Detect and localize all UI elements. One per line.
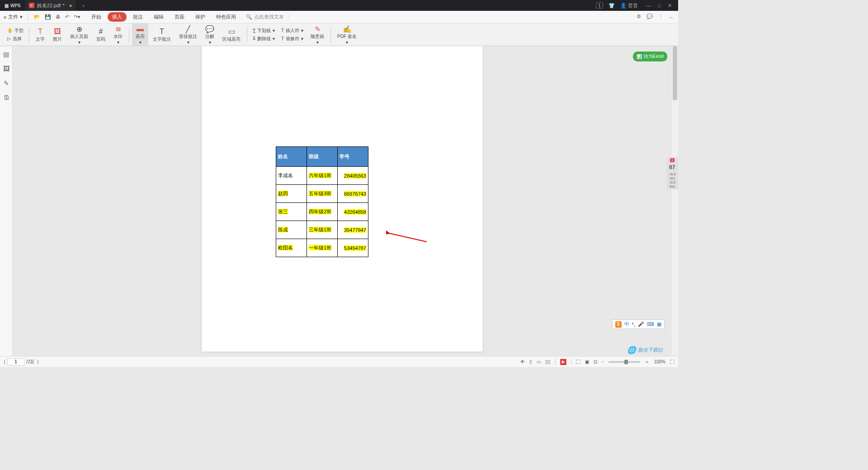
tab-start[interactable]: 开始 [87, 12, 106, 22]
page-number[interactable]: #页码 [93, 24, 109, 46]
save-icon[interactable]: 💾 [45, 14, 51, 20]
zoom-out-icon[interactable]: − [602, 359, 604, 364]
ime-grid-icon[interactable]: ▦ [657, 321, 661, 327]
ribbon: ✋ 手型 ▷ 选择 T文字 🖼图片 ⊕插入页面▾ #页码 ≋水印▾ ▬高亮▾ T… [0, 24, 678, 46]
bookmarks-icon[interactable]: 🖼 [3, 65, 9, 72]
cell-class: 一年级1班 [309, 245, 331, 250]
wps-icon: ▦ [5, 3, 9, 8]
insert-image[interactable]: 🖼图片 [49, 24, 66, 46]
ime-punct[interactable]: °, [632, 322, 635, 327]
ime-mic-icon[interactable]: 🎤 [638, 321, 644, 327]
attachments-icon[interactable]: 🖻 [3, 94, 9, 101]
insert-text[interactable]: T文字 [32, 24, 48, 46]
zoom-in-icon[interactable]: ＋ [645, 359, 649, 365]
tab-page[interactable]: 页面 [170, 12, 189, 22]
select-tool[interactable]: ▷ 选择 [7, 36, 24, 42]
zoom-slider[interactable] [609, 361, 640, 363]
site-watermark: 🌐 极光下载站 [627, 346, 663, 354]
notification-badge[interactable]: 1 [596, 2, 603, 9]
area-highlight[interactable]: ▭区域高亮 [219, 24, 244, 46]
table-row: 陈成 三年级1班 35477847 [276, 221, 368, 239]
feedback-icon[interactable]: 💬 [646, 14, 653, 20]
cell-id: 35477847 [344, 227, 366, 233]
watermark-btn[interactable]: ≋水印▾ [110, 24, 126, 46]
tab-protect[interactable]: 保护 [191, 12, 210, 22]
two-page-icon[interactable]: ▯▯ [545, 359, 551, 364]
ime-toolbar[interactable]: S 中 °, 🎤 ⌨ ▦ [612, 320, 665, 329]
meter-badge: 1 [670, 158, 675, 162]
search-placeholder: 点此查找文本 [254, 14, 284, 20]
status-bar: ⟨ /2页 ⟩ 👁 ▯ ▭ ▯▯ ▶ ⛶ ▣ ⊡ − ＋ 100% ⛶ [0, 356, 678, 367]
document-canvas[interactable]: 姓名 班级 学号 李成名 六年级1班 28405563 赵四 五年级3班 869… [13, 46, 672, 356]
cell-class: 六年级1班 [309, 173, 331, 178]
record-icon[interactable]: ▶ [560, 359, 566, 365]
wps-logo: ▦ WPS [0, 3, 25, 8]
tab-edit[interactable]: 编辑 [149, 12, 168, 22]
watermark-brand: 极光下载站 [638, 347, 663, 353]
insert-page[interactable]: ⊕插入页面▾ [66, 24, 92, 46]
vertical-scrollbar[interactable] [672, 46, 678, 356]
print-icon[interactable]: 🖶 [56, 14, 61, 20]
ime-keyboard-icon[interactable]: ⌨ [647, 321, 654, 327]
replace-btn[interactable]: T 替换符 ▾ [281, 36, 303, 42]
fit-width-icon[interactable]: ⛶ [576, 359, 580, 364]
pdf-sign-btn[interactable]: ✍PDF 签名▾ [334, 24, 360, 46]
continuous-icon[interactable]: ▯ [529, 359, 532, 364]
fullscreen-icon[interactable]: ⛶ [670, 359, 675, 364]
tab-annotate[interactable]: 批注 [128, 12, 147, 22]
collapse-ribbon-icon[interactable]: ︿ [669, 14, 674, 20]
freehand-btn[interactable]: ✎随意画▾ [307, 24, 328, 46]
fit-page-icon[interactable]: ▣ [585, 359, 589, 364]
cell-name: 陈成 [278, 227, 288, 232]
search-box[interactable]: 🔍 点此查找文本 ⋮ [246, 14, 291, 20]
insert-char-btn[interactable]: T 插入符 ▾ [281, 28, 303, 34]
scrollbar-thumb[interactable] [673, 46, 677, 100]
redo-icon[interactable]: ↷▾ [74, 14, 80, 20]
minimize-button[interactable]: — [643, 3, 654, 8]
user-avatar[interactable]: 👤 普普 [620, 2, 638, 9]
document-tab[interactable]: P 姓名22.pdf * ● [25, 0, 76, 11]
data-table: 姓名 班级 学号 李成名 六年级1班 28405563 赵四 五年级3班 869… [276, 146, 368, 257]
settings-icon[interactable]: ⚙ [637, 14, 641, 20]
tab-dirty: * [62, 3, 64, 8]
page-input[interactable] [7, 358, 24, 366]
zoom-value[interactable]: 100% [654, 359, 665, 364]
network-meter[interactable]: 1 67 ↑0.3K/s ↓0.2K/s [666, 157, 678, 189]
table-row: 欧阳名 一年级1班 53454787 [276, 239, 368, 257]
highlight-btn[interactable]: ▬高亮▾ [132, 24, 148, 46]
file-menu[interactable]: ≡ 文件 ▾ [0, 14, 26, 20]
skin-icon[interactable]: 👕 [609, 3, 615, 9]
strikethrough-btn[interactable]: T 删除线 ▾ [253, 36, 275, 42]
close-button[interactable]: ✕ [665, 3, 675, 8]
ribbon-tabs: 开始 插入 批注 编辑 页面 保护 特色应用 [87, 12, 241, 22]
open-icon[interactable]: 📂 [34, 14, 40, 20]
cell-name: 张三 [278, 209, 288, 214]
new-tab-button[interactable]: ＋ [75, 2, 91, 9]
single-page-icon[interactable]: ▭ [537, 359, 541, 364]
table-row: 赵四 五年级3班 86976743 [276, 185, 368, 203]
eye-icon[interactable]: 👁 [520, 359, 525, 364]
col-name: 姓名 [276, 147, 307, 167]
underline-btn[interactable]: T̲ 下划线 ▾ [253, 28, 275, 34]
tab-insert[interactable]: 插入 [108, 12, 127, 22]
ime-logo-icon: S [615, 321, 622, 328]
next-page-icon[interactable]: ⟩ [37, 359, 39, 364]
shape-annotation[interactable]: ╱形状批注▾ [175, 24, 201, 46]
text-annotation[interactable]: T文字批注 [149, 24, 175, 46]
tab-special[interactable]: 特色应用 [212, 12, 241, 22]
maximize-button[interactable]: □ [655, 3, 664, 8]
pdf-page: 姓名 班级 学号 李成名 六年级1班 28405563 赵四 五年级3班 869… [202, 46, 483, 352]
cell-class: 四年级2班 [309, 209, 331, 214]
note-btn[interactable]: 💬注解▾ [202, 24, 218, 46]
thumbnails-icon[interactable]: ▤ [3, 51, 9, 58]
actual-size-icon[interactable]: ⊡ [594, 359, 597, 364]
more-icon[interactable]: ⋮ [658, 14, 663, 20]
ime-lang[interactable]: 中 [624, 321, 629, 328]
annotations-icon[interactable]: ✎ [4, 80, 9, 87]
meter-value: 67 [669, 164, 675, 170]
prev-page-icon[interactable]: ⟨ [4, 359, 5, 364]
app-name: WPS [10, 3, 21, 8]
undo-icon[interactable]: ↶ [65, 14, 69, 20]
hand-tool[interactable]: ✋ 手型 [7, 28, 24, 34]
convert-to-excel-button[interactable]: 📊 转为Excel [633, 52, 667, 61]
